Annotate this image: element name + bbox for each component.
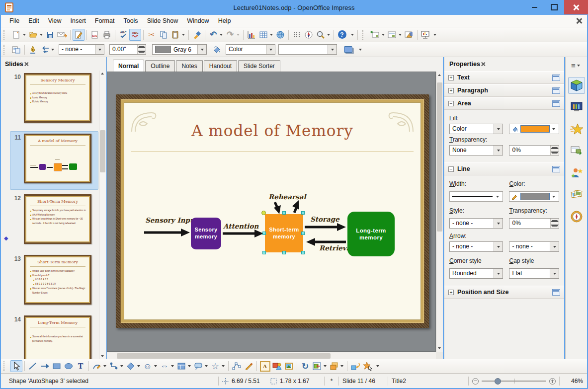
- drawing-toolbar-overflow[interactable]: [376, 365, 379, 367]
- area-style-button[interactable]: [211, 44, 223, 56]
- rotate-button[interactable]: ↻: [299, 360, 311, 372]
- line-color-combo[interactable]: Gray 6: [152, 44, 207, 55]
- selection-handle[interactable]: [282, 211, 286, 215]
- from-file-button[interactable]: [271, 360, 283, 372]
- sidebar-settings-button[interactable]: ≡: [571, 61, 582, 70]
- workspace-horizontal-scrollbar[interactable]: [107, 352, 436, 359]
- section-paragraph[interactable]: + Paragraph: [444, 84, 564, 97]
- ellipse-tool-button[interactable]: [63, 360, 75, 372]
- collapse-icon[interactable]: −: [448, 166, 454, 172]
- scroll-down-icon[interactable]: [101, 355, 104, 357]
- presentation-button[interactable]: [420, 29, 431, 41]
- sidebar-tab-custom-animation[interactable]: [568, 121, 585, 138]
- slide-11-thumbnail[interactable]: A model of Memory: [24, 134, 91, 183]
- cap-style-select[interactable]: Flat: [509, 268, 559, 279]
- insert-table-button[interactable]: [257, 29, 269, 41]
- slide-13-thumbnail[interactable]: Short-Term memory What's your Short-term…: [24, 255, 91, 305]
- callouts-button[interactable]: [192, 360, 204, 372]
- label-attention[interactable]: Attention: [223, 222, 258, 230]
- sensory-memory-box[interactable]: Sensory memory: [191, 218, 221, 249]
- edit-mode-button[interactable]: [73, 29, 84, 41]
- line-width-up[interactable]: [138, 45, 146, 50]
- zoom-dropdown[interactable]: [327, 34, 330, 36]
- sidebar-tab-animation[interactable]: [568, 164, 585, 181]
- slides-panel-scrollbar[interactable]: [99, 71, 106, 359]
- paragraph-dialog-launcher-icon[interactable]: [552, 87, 560, 94]
- zoom-slider-thumb[interactable]: [495, 378, 501, 385]
- autospellcheck-button[interactable]: ABC: [129, 29, 141, 41]
- arrow-start-select[interactable]: - none -: [449, 241, 503, 252]
- callouts-dropdown[interactable]: [205, 365, 208, 367]
- tab-notes[interactable]: Notes: [176, 60, 202, 72]
- menu-help[interactable]: Help: [214, 15, 236, 26]
- status-zoom-percent[interactable]: 46%: [563, 378, 587, 385]
- line-button[interactable]: [27, 44, 39, 56]
- display-grid-button[interactable]: [291, 29, 303, 41]
- transparency-type-select[interactable]: None: [449, 145, 503, 156]
- document-close-button[interactable]: [576, 18, 582, 24]
- selection-handle[interactable]: [301, 211, 305, 215]
- fill-color-combo[interactable]: [278, 44, 337, 55]
- styles-button[interactable]: [10, 44, 22, 56]
- slide-thumbnail-row[interactable]: 12 Short-Term Memory Temporary storage f…: [1, 192, 99, 252]
- basic-shapes-button[interactable]: [125, 360, 137, 372]
- stars-dropdown[interactable]: [222, 365, 225, 367]
- line-transparency-spinner[interactable]: 0%: [509, 218, 559, 229]
- line-width-spinner[interactable]: 0.00": [109, 44, 146, 55]
- slide-canvas[interactable]: A model of Memory: [116, 94, 429, 328]
- transparency-spinner[interactable]: 0%: [509, 145, 559, 156]
- cut-button[interactable]: ✂: [146, 29, 158, 41]
- line-style-combo[interactable]: - none -: [59, 44, 104, 55]
- animation-effects-button[interactable]: [361, 360, 373, 372]
- menu-insert[interactable]: Insert: [66, 15, 90, 26]
- edit-points-button[interactable]: [231, 360, 243, 372]
- sidebar-tab-master-pages[interactable]: [568, 143, 585, 159]
- slide-layout-button[interactable]: [386, 29, 398, 41]
- slide-14-thumbnail[interactable]: Long-Term Memory Stores all the informat…: [24, 315, 91, 359]
- slides-panel-close-button[interactable]: [23, 61, 29, 67]
- standard-toolbar-overflow[interactable]: [351, 34, 354, 36]
- selection-handle[interactable]: [301, 251, 305, 254]
- sidebar-tab-slide-transition[interactable]: [568, 99, 585, 116]
- slide-layout-dropdown[interactable]: [399, 34, 402, 36]
- curve-tool-button[interactable]: [91, 360, 103, 372]
- line-style-select[interactable]: - none -: [449, 218, 503, 229]
- arrange-dropdown[interactable]: [340, 365, 343, 367]
- export-pdf-button[interactable]: PDF: [89, 29, 101, 41]
- select-tool-button[interactable]: [10, 360, 22, 372]
- label-sensory-input[interactable]: Sensory Input: [145, 216, 198, 224]
- slide-10-thumbnail[interactable]: Sensory Memory A very brief duration mem…: [24, 73, 91, 123]
- line-color-picker[interactable]: [509, 191, 559, 202]
- glue-points-button[interactable]: [243, 360, 254, 372]
- stars-button[interactable]: ☆: [209, 360, 221, 372]
- line-tool-button[interactable]: [27, 360, 39, 372]
- slide-thumbnail-row[interactable]: 13 Short-Term memory What's your Short-t…: [1, 252, 99, 313]
- slide-12-thumbnail[interactable]: Short-Term Memory Temporary storage for …: [24, 194, 91, 244]
- open-dropdown[interactable]: [40, 34, 43, 36]
- slide-design-button[interactable]: [403, 29, 415, 41]
- selection-handle[interactable]: [262, 251, 266, 254]
- text-dialog-launcher-icon[interactable]: [552, 75, 560, 81]
- toolbar-grip[interactable]: [3, 361, 8, 371]
- toolbar-grip[interactable]: [362, 30, 367, 40]
- presentation-toolbar-overflow[interactable]: [433, 34, 436, 36]
- slide-thumbnail-row-selected[interactable]: 11 A model of Memory: [1, 131, 99, 192]
- paste-button[interactable]: [169, 29, 181, 41]
- short-term-memory-box[interactable]: Short-term memory: [265, 214, 303, 252]
- redo-button[interactable]: ↷: [224, 29, 236, 41]
- spin-down[interactable]: [551, 224, 559, 229]
- new-slide-dropdown[interactable]: [382, 34, 385, 36]
- close-button[interactable]: [564, 0, 588, 14]
- menu-format[interactable]: Format: [90, 15, 119, 26]
- section-text[interactable]: + Text: [444, 71, 564, 84]
- area-dialog-launcher-icon[interactable]: [552, 100, 560, 107]
- vertical-scrollbar-thumb[interactable]: [437, 82, 442, 232]
- fill-type-combo[interactable]: Color: [226, 44, 275, 55]
- save-button[interactable]: [44, 29, 56, 41]
- properties-close-button[interactable]: [480, 61, 486, 67]
- redo-dropdown[interactable]: [237, 34, 240, 36]
- tab-normal[interactable]: Normal: [113, 60, 144, 72]
- zoom-slider-track[interactable]: [482, 381, 546, 382]
- email-button[interactable]: [56, 29, 68, 41]
- hyperlink-button[interactable]: [274, 29, 286, 41]
